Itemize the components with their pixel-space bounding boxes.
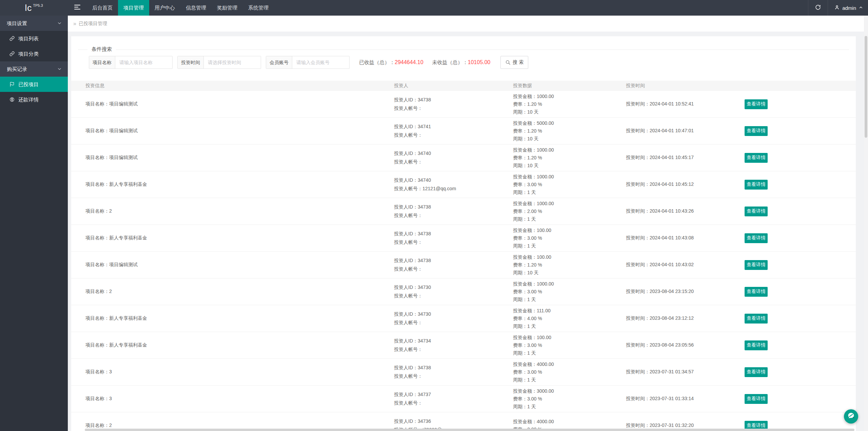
header-investor: 投资人 — [394, 83, 513, 89]
sidebar-item-label: 购买记录 — [7, 66, 27, 72]
chevron-down-icon — [57, 66, 62, 72]
investor-account: 投资人帐号： — [394, 399, 513, 407]
content-card: 条件搜索 项目名称 投资时间 会员账号 已收益（总）：2944644.10 — [71, 36, 856, 431]
flag-icon — [9, 82, 15, 87]
logo-version: TP5.3 — [33, 3, 43, 7]
investor-account: 投资人帐号： — [394, 238, 513, 247]
invest-time: 投资时间：2024-04-01 10:52:41 — [626, 101, 745, 107]
vertical-scrollbar-thumb[interactable] — [865, 36, 867, 138]
view-detail-button[interactable]: 查看详情 — [745, 394, 768, 404]
table-row: 项目名称：新人专享福利基金投资人ID：34734投资人帐号：投资金额：100.0… — [71, 332, 856, 359]
chevron-down-icon — [57, 21, 62, 26]
invest-time-input[interactable] — [204, 56, 261, 68]
view-detail-button[interactable]: 查看详情 — [745, 207, 768, 216]
project-name: 项目名称：项目编辑测试 — [85, 101, 394, 107]
search-icon — [505, 60, 511, 65]
invest-amount: 投资金额：100.00 — [513, 334, 626, 341]
sidebar-item[interactable]: 还款详情 — [0, 92, 68, 107]
investor-id: 投资人ID：34737 — [394, 390, 513, 399]
view-detail-button[interactable]: 查看详情 — [745, 180, 768, 190]
project-name: 项目名称：新人专享福利基金 — [85, 181, 394, 188]
fee-rate: 费率：3.00 % — [513, 395, 626, 403]
invest-time: 投资时间：2024-04-01 10:45:12 — [626, 181, 745, 188]
sidebar-toggle-button[interactable] — [68, 0, 87, 16]
link-icon — [9, 36, 15, 41]
top-menu-item[interactable]: 后台首页 — [87, 0, 118, 16]
table-body: 项目名称：项目编辑测试投资人ID：34738投资人帐号：投资金额：1000.00… — [71, 91, 856, 431]
top-menu-item[interactable]: 用户中心 — [149, 0, 180, 16]
sidebar-item[interactable]: 购买记录 — [0, 61, 68, 77]
search-legend: 条件搜索 — [87, 46, 116, 53]
table-row: 项目名称：项目编辑测试投资人ID：34738投资人帐号：投资金额：1000.00… — [71, 91, 856, 118]
link-icon — [9, 51, 15, 57]
vertical-scrollbar[interactable] — [864, 16, 868, 431]
table-row: 项目名称：2投资人ID：34738投资人帐号：投资金额：1000.00费率：2.… — [71, 198, 856, 225]
investor-id: 投资人ID：34738 — [394, 230, 513, 238]
hamburger-icon — [74, 5, 80, 11]
search-button[interactable]: 搜 索 — [500, 56, 528, 69]
investor-account: 投资人帐号： — [394, 345, 513, 354]
invest-time: 投资时间：2023-07-31 01:33:14 — [626, 396, 745, 402]
user-menu[interactable]: admin — [828, 0, 868, 16]
top-menu-item[interactable]: 项目管理 — [118, 0, 149, 16]
view-detail-button[interactable]: 查看详情 — [745, 153, 768, 163]
invest-time: 投资时间：2024-04-01 10:43:08 — [626, 235, 745, 241]
investor-account: 投资人帐号： — [394, 372, 513, 380]
invest-amount: 投资金额：100.00 — [513, 253, 626, 261]
invest-amount: 投资金额：1000.00 — [513, 146, 626, 154]
table-row: 项目名称：新人专享福利基金投资人ID：34730投资人帐号：投资金额：111.0… — [71, 305, 856, 332]
user-icon — [834, 4, 840, 11]
table-row: 项目名称：项目编辑测试投资人ID：34740投资人帐号：投资金额：1000.00… — [71, 144, 856, 171]
view-detail-button[interactable]: 查看详情 — [745, 287, 768, 297]
sidebar-item-label: 项目设置 — [7, 20, 27, 26]
main-area: 条件搜索 项目名称 投资时间 会员账号 已收益（总）：2944644.10 — [68, 32, 868, 431]
refresh-button[interactable] — [808, 0, 828, 16]
table-row: 项目名称：项目编辑测试投资人ID：34741投资人帐号：投资金额：5000.00… — [71, 118, 856, 144]
investor-account: 投资人帐号： — [394, 292, 513, 300]
header-invest-data: 投资数据 — [513, 83, 626, 89]
sidebar-item[interactable]: 项目分类 — [0, 46, 68, 61]
topbar-right: admin — [808, 0, 868, 16]
sidebar-item[interactable]: 项目列表 — [0, 31, 68, 46]
top-menu-item[interactable]: 系统管理 — [243, 0, 274, 16]
sidebar-item[interactable]: 已投项目 — [0, 77, 68, 92]
chat-widget-button[interactable] — [844, 409, 858, 424]
investments-table: 投资信息 投资人 投资数据 投资时间 项目名称：项目编辑测试投资人ID：3473… — [71, 81, 856, 431]
view-detail-button[interactable]: 查看详情 — [745, 260, 768, 270]
page-title: 已投项目管理 — [79, 21, 107, 27]
invest-time: 投资时间：2024-04-01 10:43:26 — [626, 208, 745, 214]
view-detail-button[interactable]: 查看详情 — [745, 340, 768, 350]
app-root: lc TP5.3 后台首页项目管理用户中心信息管理奖励管理系统管理 admin — [0, 0, 868, 431]
view-detail-button[interactable]: 查看详情 — [745, 126, 768, 136]
view-detail-button[interactable]: 查看详情 — [745, 233, 768, 243]
table-row: 项目名称：项目编辑测试投资人ID：34738投资人帐号：投资金额：100.00费… — [71, 252, 856, 278]
fee-rate: 费率：3.00 % — [513, 368, 626, 376]
investor-id: 投资人ID：34738 — [394, 256, 513, 265]
invest-time: 投资时间：2023-07-31 01:34:57 — [626, 369, 745, 375]
total-earned-label: 已收益（总）： — [359, 59, 395, 65]
project-name: 项目名称：项目编辑测试 — [85, 262, 394, 268]
view-detail-button[interactable]: 查看详情 — [745, 367, 768, 377]
view-detail-button[interactable]: 查看详情 — [745, 314, 768, 324]
search-panel: 条件搜索 项目名称 投资时间 会员账号 已收益（总）：2944644.10 — [78, 50, 849, 69]
top-menu-item[interactable]: 奖励管理 — [212, 0, 243, 16]
cycle: 周期：10 天 — [513, 269, 626, 277]
top-menu-item[interactable]: 信息管理 — [180, 0, 212, 16]
horizontal-scrollbar-thumb[interactable] — [85, 429, 854, 431]
investor-id: 投资人ID：34738 — [394, 203, 513, 211]
sidebar-item[interactable]: 项目设置 — [0, 16, 68, 31]
sidebar-item-label: 已投项目 — [18, 81, 39, 87]
view-detail-button[interactable]: 查看详情 — [745, 99, 768, 109]
invest-amount: 投资金额：1000.00 — [513, 93, 626, 100]
member-account-input[interactable] — [292, 56, 349, 68]
project-name-label: 项目名称 — [89, 56, 115, 68]
cycle: 周期：10 天 — [513, 162, 626, 170]
investor-id: 投资人ID：34740 — [394, 176, 513, 184]
invest-amount: 投资金额：1000.00 — [513, 200, 626, 208]
table-row: 项目名称：3投资人ID：34737投资人帐号：投资金额：3000.00费率：3.… — [71, 386, 856, 412]
investor-account: 投资人帐号： — [394, 131, 513, 139]
table-row: 项目名称：3投资人ID：34738投资人帐号：投资金额：4000.00费率：3.… — [71, 359, 856, 386]
cycle: 周期：1 天 — [513, 376, 626, 384]
project-name-input[interactable] — [115, 56, 172, 68]
app-logo[interactable]: lc TP5.3 — [0, 0, 68, 16]
